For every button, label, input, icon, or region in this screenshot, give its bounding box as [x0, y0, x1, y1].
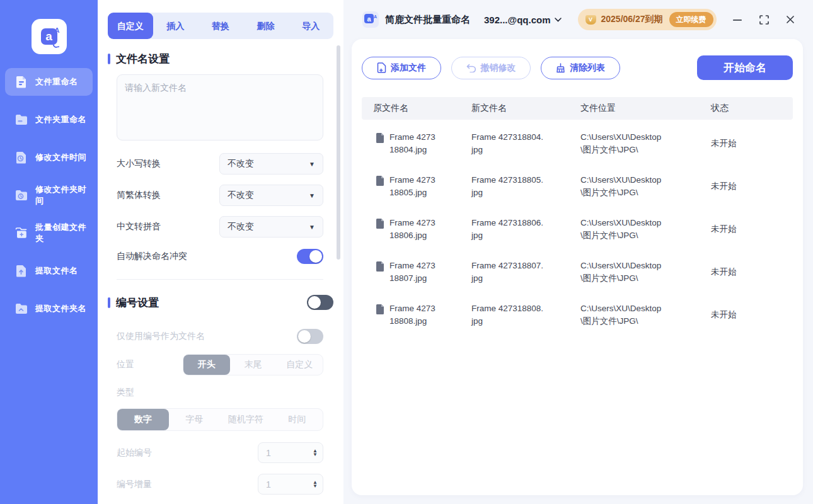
maximize-button[interactable] [759, 14, 769, 25]
table-row[interactable]: Frame 427318805.jpg Frame 427318805.jpg … [362, 165, 793, 208]
numbering-enable-toggle[interactable] [307, 295, 333, 310]
only-number-toggle[interactable] [297, 329, 323, 344]
type-option-random[interactable]: 随机字符 [220, 409, 272, 430]
table-row[interactable]: Frame 427318804.jpg Frame 427318804.jpg … [362, 122, 793, 165]
type-option-number[interactable]: 数字 [117, 409, 169, 430]
stepper-down-icon[interactable]: ▼ [313, 453, 318, 457]
sidebar-item-label: 提取文件夹名 [35, 303, 86, 314]
start-number-stepper[interactable]: ▲▼ [258, 442, 323, 463]
sidebar-item-label: 修改文件时间 [35, 152, 86, 163]
original-name-cell: Frame 427318805.jpg [362, 174, 471, 198]
undo-label: 撤销修改 [481, 62, 516, 74]
only-number-label: 仅使用编号作为文件名 [117, 331, 297, 342]
logo-swoosh-icon [52, 43, 59, 48]
sidebar-item-folder-rename[interactable]: 文件夹重命名 [5, 106, 93, 134]
mode-tabbar: 自定义 插入 替换 删除 导入 [108, 13, 333, 39]
status-text: 未开始 [700, 266, 793, 278]
original-name-cell: Frame 427318808.jpg [362, 302, 471, 327]
conflict-label: 自动解决命名冲突 [117, 251, 297, 262]
select-value: 不改变 [228, 190, 309, 201]
file-icon [376, 133, 384, 143]
original-name-cell: Frame 427318806.jpg [362, 217, 471, 241]
simplified-traditional-label: 简繁体转换 [117, 190, 219, 201]
window-controls [732, 14, 800, 25]
tab-custom[interactable]: 自定义 [108, 13, 153, 39]
original-filename: Frame 427318807.jpg [389, 260, 440, 284]
settings-panel: 自定义 插入 替换 删除 导入 文件名设置 大小写转换 不改变 ▼ 简繁体转换 … [98, 0, 343, 504]
position-option-start[interactable]: 开头 [183, 355, 230, 375]
tab-replace[interactable]: 替换 [198, 13, 243, 39]
stepper-down-icon[interactable]: ▼ [313, 484, 318, 488]
position-option-custom[interactable]: 自定义 [276, 355, 323, 375]
section-accent-bar [108, 297, 110, 308]
conflict-toggle[interactable] [297, 249, 323, 264]
new-filename-input[interactable] [117, 74, 323, 140]
table-row[interactable]: Frame 427318807.jpg Frame 427318807.jpg … [362, 251, 793, 294]
conflict-row: 自动解决命名冲突 [117, 249, 323, 264]
caret-down-icon: ▼ [309, 192, 315, 199]
sidebar-item-file-rename[interactable]: 文件重命名 [5, 68, 93, 96]
new-filename: Frame 427318804.jpg [471, 131, 544, 156]
stepper-arrows[interactable]: ▲▼ [313, 481, 318, 488]
sidebar: a A 文件重命名 文件夹重命名 修改文件时间 修改文件夹时 [0, 0, 98, 504]
type-option-letter[interactable]: 字母 [169, 409, 221, 430]
license-expiry: 2025/06/27到期 [601, 14, 663, 25]
minimize-button[interactable] [732, 14, 742, 25]
file-time-icon [14, 150, 29, 165]
logo-A-glyph: A [55, 26, 60, 34]
type-option-time[interactable]: 时间 [272, 409, 323, 430]
sidebar-item-file-time[interactable]: 修改文件时间 [5, 144, 93, 171]
stepper-arrows[interactable]: ▲▼ [313, 449, 318, 457]
close-button[interactable] [785, 14, 795, 25]
sidebar-item-extract-foldername[interactable]: 提取文件夹名 [5, 295, 93, 323]
original-filename: Frame 427318805.jpg [389, 174, 440, 198]
file-icon [376, 304, 384, 314]
folder-rename-icon [14, 112, 29, 127]
pinyin-select[interactable]: 不改变 ▼ [219, 216, 323, 238]
increment-stepper[interactable]: ▲▼ [258, 474, 323, 495]
file-table-body: Frame 427318804.jpg Frame 427318804.jpg … [362, 122, 793, 336]
toggle-knob [298, 330, 311, 343]
section-title: 文件名设置 [116, 52, 333, 66]
filename-section-header: 文件名设置 [108, 52, 333, 66]
case-convert-label: 大小写转换 [117, 158, 219, 169]
increment-row: 编号增量 ▲▼ [117, 474, 323, 495]
license-badge: V 2025/06/27到期 立即续费 [578, 9, 717, 30]
original-name-cell: Frame 427318804.jpg [362, 131, 471, 156]
type-row: 数字 字母 随机字符 时间 [117, 408, 323, 431]
new-filename: Frame 427318806.jpg [471, 217, 544, 241]
select-value: 不改变 [228, 158, 309, 169]
account-menu[interactable]: 392...@qq.com [484, 14, 562, 25]
add-file-icon [377, 62, 386, 73]
titlebar-logo-a: a [364, 14, 374, 23]
increment-input[interactable] [266, 479, 304, 490]
file-location: C:\Users\XU\Desktop\图片文件\JPG\ [580, 302, 669, 327]
sidebar-item-extract-filename[interactable]: 提取文件名 [5, 257, 93, 285]
start-rename-button[interactable]: 开始命名 [697, 55, 793, 80]
new-filename: Frame 427318808.jpg [471, 302, 544, 327]
sidebar-item-label: 提取文件名 [35, 265, 78, 277]
divider [117, 279, 323, 280]
sidebar-item-folder-create[interactable]: 批量创建文件夹 [5, 219, 93, 247]
only-number-row: 仅使用编号作为文件名 [117, 329, 323, 344]
undo-icon [466, 64, 476, 72]
simplified-traditional-select[interactable]: 不改变 ▼ [219, 185, 323, 206]
table-row[interactable]: Frame 427318808.jpg Frame 427318808.jpg … [362, 294, 793, 336]
clear-list-button[interactable]: 清除列表 [541, 57, 620, 79]
tab-import[interactable]: 导入 [288, 13, 333, 39]
tab-insert[interactable]: 插入 [153, 13, 199, 39]
renew-button[interactable]: 立即续费 [669, 12, 713, 27]
section-title: 编号设置 [116, 295, 307, 310]
position-option-end[interactable]: 末尾 [230, 355, 277, 375]
add-files-button[interactable]: 添加文件 [362, 57, 441, 79]
tab-delete[interactable]: 删除 [243, 13, 289, 39]
case-convert-select[interactable]: 不改变 ▼ [219, 153, 323, 175]
start-number-input[interactable] [266, 448, 304, 458]
panel-scrollbar[interactable] [337, 45, 340, 260]
section-accent-bar [108, 54, 110, 64]
sidebar-item-folder-time[interactable]: 修改文件夹时间 [5, 181, 93, 209]
table-row[interactable]: Frame 427318806.jpg Frame 427318806.jpg … [362, 208, 793, 251]
undo-button[interactable]: 撤销修改 [451, 57, 531, 79]
pinyin-row: 中文转拼音 不改变 ▼ [117, 216, 323, 238]
sidebar-item-label: 文件夹重命名 [35, 114, 86, 125]
